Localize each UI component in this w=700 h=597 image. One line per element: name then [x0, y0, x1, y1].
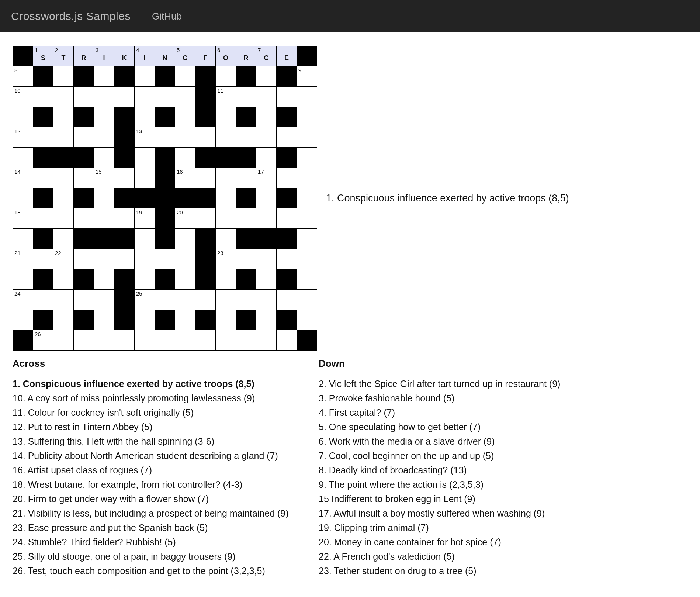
grid-cell[interactable] [216, 290, 236, 310]
grid-cell[interactable] [256, 290, 277, 310]
grid-cell[interactable] [216, 269, 236, 290]
grid-cell[interactable] [94, 249, 114, 269]
grid-cell[interactable] [74, 127, 94, 148]
grid-cell[interactable] [53, 229, 74, 249]
grid-cell[interactable] [94, 66, 114, 87]
grid-cell[interactable]: 23 [216, 249, 236, 269]
grid-cell[interactable] [236, 290, 256, 310]
grid-cell[interactable]: 8 [13, 66, 33, 87]
grid-cell[interactable] [74, 290, 94, 310]
grid-cell[interactable]: 25 [135, 290, 155, 310]
grid-cell[interactable] [74, 168, 94, 188]
down-clue[interactable]: 19. Clipping trim animal (7) [319, 521, 560, 535]
grid-cell[interactable] [175, 127, 195, 148]
grid-cell[interactable] [53, 107, 74, 127]
grid-cell[interactable]: 5G [175, 46, 195, 66]
grid-cell[interactable] [277, 330, 297, 351]
grid-cell[interactable] [33, 168, 53, 188]
grid-cell[interactable] [256, 148, 277, 168]
grid-cell[interactable] [94, 269, 114, 290]
grid-cell[interactable] [53, 66, 74, 87]
grid-cell[interactable] [53, 208, 74, 229]
grid-cell[interactable] [135, 66, 155, 87]
grid-cell[interactable] [195, 208, 216, 229]
grid-cell[interactable] [175, 229, 195, 249]
grid-cell[interactable] [94, 290, 114, 310]
grid-cell[interactable] [155, 127, 175, 148]
grid-cell[interactable] [135, 168, 155, 188]
grid-cell[interactable] [256, 66, 277, 87]
grid-cell[interactable]: 4I [135, 46, 155, 66]
grid-cell[interactable] [216, 208, 236, 229]
grid-cell[interactable] [74, 208, 94, 229]
grid-cell[interactable] [256, 330, 277, 351]
grid-cell[interactable] [277, 168, 297, 188]
grid-cell[interactable] [33, 208, 53, 229]
grid-cell[interactable] [297, 87, 317, 107]
grid-cell[interactable] [155, 330, 175, 351]
grid-cell[interactable]: 3I [94, 46, 114, 66]
across-clue[interactable]: 12. Put to rest in Tintern Abbey (5) [13, 420, 319, 434]
grid-cell[interactable] [175, 148, 195, 168]
grid-cell[interactable]: 16 [175, 168, 195, 188]
grid-cell[interactable] [13, 229, 33, 249]
grid-cell[interactable] [155, 249, 175, 269]
grid-cell[interactable] [53, 168, 74, 188]
across-clue[interactable]: 11. Colour for cockney isn't soft origin… [13, 406, 319, 420]
grid-cell[interactable]: 12 [13, 127, 33, 148]
across-clue[interactable]: 24. Stumble? Third fielder? Rubbish! (5) [13, 535, 319, 549]
down-clue[interactable]: 7. Cool, cool beginner on the up and up … [319, 449, 560, 463]
grid-cell[interactable] [94, 208, 114, 229]
across-clue[interactable]: 21. Visibility is less, but including a … [13, 506, 319, 521]
down-clue[interactable]: 23. Tether student on drug to a tree (5) [319, 564, 560, 578]
grid-cell[interactable] [135, 87, 155, 107]
grid-cell[interactable] [135, 107, 155, 127]
grid-cell[interactable]: N [155, 46, 175, 66]
grid-cell[interactable]: 10 [13, 87, 33, 107]
grid-cell[interactable] [297, 310, 317, 330]
grid-cell[interactable] [277, 290, 297, 310]
across-clue[interactable]: 20. Firm to get under way with a flower … [13, 492, 319, 506]
down-clue[interactable]: 9. The point where the action is (2,3,5,… [319, 477, 560, 492]
grid-cell[interactable] [216, 229, 236, 249]
grid-cell[interactable]: 21 [13, 249, 33, 269]
grid-cell[interactable]: 20 [175, 208, 195, 229]
grid-cell[interactable] [33, 127, 53, 148]
grid-cell[interactable] [94, 148, 114, 168]
grid-cell[interactable] [297, 127, 317, 148]
grid-cell[interactable] [94, 188, 114, 208]
grid-cell[interactable] [195, 330, 216, 351]
grid-cell[interactable]: 22 [53, 249, 74, 269]
grid-cell[interactable] [94, 330, 114, 351]
grid-cell[interactable] [175, 330, 195, 351]
grid-cell[interactable] [53, 188, 74, 208]
grid-cell[interactable] [74, 87, 94, 107]
grid-cell[interactable] [175, 310, 195, 330]
grid-cell[interactable] [216, 310, 236, 330]
grid-cell[interactable] [175, 87, 195, 107]
grid-cell[interactable] [297, 249, 317, 269]
crossword-grid[interactable]: 1S2TR3IK4IN5GF6OR7CE89101112131415161718… [13, 46, 317, 351]
grid-cell[interactable] [94, 310, 114, 330]
grid-cell[interactable] [114, 330, 135, 351]
grid-cell[interactable] [216, 107, 236, 127]
grid-cell[interactable] [216, 330, 236, 351]
grid-cell[interactable] [94, 87, 114, 107]
grid-cell[interactable] [195, 290, 216, 310]
grid-cell[interactable]: F [195, 46, 216, 66]
grid-cell[interactable] [53, 310, 74, 330]
grid-cell[interactable] [33, 87, 53, 107]
grid-cell[interactable] [114, 168, 135, 188]
grid-cell[interactable] [175, 269, 195, 290]
grid-cell[interactable] [297, 208, 317, 229]
grid-cell[interactable] [94, 127, 114, 148]
grid-cell[interactable] [74, 330, 94, 351]
grid-cell[interactable] [155, 290, 175, 310]
grid-cell[interactable]: 26 [33, 330, 53, 351]
grid-cell[interactable] [195, 168, 216, 188]
grid-cell[interactable]: 11 [216, 87, 236, 107]
grid-cell[interactable] [53, 87, 74, 107]
down-clue[interactable]: 6. Work with the media or a slave-driver… [319, 434, 560, 449]
grid-cell[interactable] [256, 107, 277, 127]
grid-cell[interactable] [256, 208, 277, 229]
